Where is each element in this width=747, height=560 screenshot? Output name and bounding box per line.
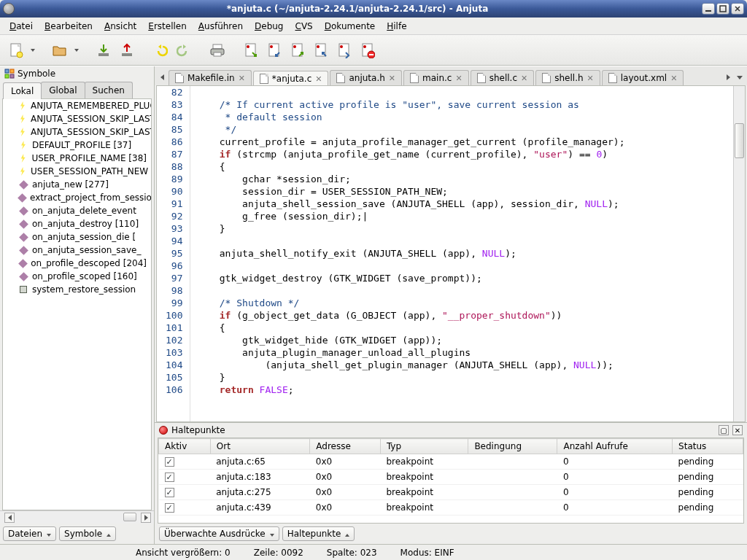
svg-rect-5	[122, 53, 132, 56]
menu-ausführen[interactable]: Ausführen	[193, 19, 248, 34]
diamond-icon	[19, 180, 28, 189]
bp-col-header[interactable]: Ort	[210, 439, 310, 454]
panel-minimize-button[interactable]: ▢	[719, 425, 729, 435]
menu-erstellen[interactable]: Erstellen	[143, 19, 192, 34]
save-down-icon[interactable]	[93, 39, 114, 61]
diamond-icon	[19, 219, 28, 228]
undo-icon[interactable]	[150, 39, 171, 61]
symbol-item[interactable]: ANJUTA_SESSION_SKIP_LAST	[3, 112, 151, 125]
new-doc-icon[interactable]	[6, 39, 26, 61]
debug-step3-icon[interactable]	[287, 39, 308, 61]
breakpoint-row[interactable]: anjuta.c:4390x0breakpoint0pending	[159, 500, 743, 516]
editor-tab[interactable]: main.c✕	[403, 70, 469, 85]
editor-tab[interactable]: *anjuta.c✕	[253, 71, 329, 85]
minimize-button[interactable]	[702, 3, 715, 15]
symbol-label: on_anjuta_session_save_	[32, 245, 141, 255]
tab-nav-left[interactable]	[156, 69, 168, 85]
code-editor[interactable]: 82 83 84 85 86 87 88 89 90 91 92 93 94 9…	[156, 85, 746, 422]
symbol-item[interactable]: DEFAULT_PROFILE [37]	[3, 139, 151, 152]
tab-nav-right[interactable]	[722, 69, 734, 85]
symbol-item[interactable]: on_anjuta_destroy [110]	[3, 217, 151, 230]
bp-col-header[interactable]: Adresse	[310, 439, 381, 454]
symbol-item[interactable]: system_restore_session	[3, 283, 151, 296]
bp-active-checkbox[interactable]	[165, 472, 174, 482]
vscroll-thumb[interactable]	[735, 123, 744, 158]
tab-close-icon[interactable]: ✕	[239, 74, 245, 83]
bp-col-header[interactable]: Bedingung	[468, 439, 557, 454]
symbol-item[interactable]: ANJUTA_SESSION_SKIP_LAST_FILES	[3, 125, 151, 139]
menu-debug[interactable]: Debug	[249, 19, 288, 34]
tab-close-icon[interactable]: ✕	[455, 74, 462, 83]
tab-close-icon[interactable]: ✕	[670, 74, 677, 83]
debug-step4-icon[interactable]	[311, 39, 331, 61]
editor-tab[interactable]: layout.xml✕	[602, 70, 684, 85]
sidebar-tab-lokal[interactable]: Lokal	[3, 82, 42, 99]
debug-step1-icon[interactable]	[241, 39, 261, 61]
print-icon[interactable]	[207, 39, 228, 61]
tab-close-icon[interactable]: ✕	[521, 74, 527, 83]
tab-close-icon[interactable]: ✕	[587, 74, 594, 83]
symbols-combo[interactable]: Symbole	[59, 526, 116, 541]
menu-cvs[interactable]: CVS	[290, 19, 317, 34]
load-up-icon[interactable]	[117, 39, 137, 61]
breakpoint-row[interactable]: anjuta.c:650x0breakpoint0pending	[159, 454, 743, 470]
symbol-item[interactable]: ANJUTA_REMEMBERED_PLUGINS	[3, 99, 151, 112]
bp-active-checkbox[interactable]	[165, 457, 174, 467]
symbol-item[interactable]: on_profile_scoped [160]	[3, 270, 151, 283]
tab-close-icon[interactable]: ✕	[389, 74, 395, 83]
scroll-thumb[interactable]	[123, 513, 136, 521]
editor-vscrollbar[interactable]	[733, 86, 745, 421]
breakpoints-table[interactable]: AktivOrtAdresseTypBedingungAnzahl Aufruf…	[158, 438, 744, 524]
files-combo[interactable]: Dateien	[3, 526, 56, 541]
symbol-item[interactable]: USER_SESSION_PATH_NEW	[3, 165, 151, 178]
symbol-item[interactable]: on_anjuta_delete_event	[3, 204, 151, 217]
debug-run-icon[interactable]	[334, 39, 355, 61]
sidebar-tab-global[interactable]: Global	[41, 82, 85, 98]
debug-step2-icon[interactable]	[264, 39, 285, 61]
source-text[interactable]: /* If current active profile is "user", …	[190, 86, 733, 421]
menu-ansicht[interactable]: Ansicht	[99, 19, 142, 34]
maximize-button[interactable]	[716, 3, 729, 15]
debug-stop-icon[interactable]	[357, 39, 378, 61]
scroll-left-icon[interactable]	[4, 513, 15, 523]
menu-bearbeiten[interactable]: Bearbeiten	[39, 19, 98, 34]
tab-close-icon[interactable]: ✕	[315, 74, 322, 84]
symbol-item[interactable]: on_anjuta_session_save_	[3, 244, 151, 257]
editor-tab[interactable]: Makefile.in✕	[169, 70, 252, 85]
symbol-item[interactable]: anjuta_new [277]	[3, 178, 151, 191]
panel-close-button[interactable]: ✕	[732, 425, 743, 435]
symbol-list[interactable]: ANJUTA_REMEMBERED_PLUGINSANJUTA_SESSION_…	[2, 98, 152, 510]
menu-datei[interactable]: Datei	[4, 19, 38, 34]
new-dropdown-icon[interactable]	[29, 49, 36, 52]
bp-col-header[interactable]: Anzahl Aufrufe	[557, 439, 673, 454]
sidebar-hscrollbar[interactable]	[0, 510, 154, 524]
symbol-item[interactable]: on_profile_descoped [204]	[3, 257, 151, 270]
editor-tab[interactable]: shell.h✕	[535, 70, 600, 85]
bp-active-checkbox[interactable]	[165, 488, 174, 497]
bp-col-header[interactable]: Typ	[380, 439, 468, 454]
bp-col-header[interactable]: Aktiv	[159, 439, 211, 454]
sidebar-tab-suchen[interactable]: Suchen	[85, 82, 133, 98]
editor-tab[interactable]: shell.c✕	[471, 70, 535, 85]
svg-point-14	[293, 45, 296, 48]
symbol-item[interactable]: USER_PROFILE_NAME [38]	[3, 152, 151, 165]
editor-area: Makefile.in✕*anjuta.c✕anjuta.h✕main.c✕sh…	[155, 66, 747, 544]
close-button[interactable]	[731, 3, 744, 15]
watched-expr-combo[interactable]: Überwachte Ausdrücke	[159, 526, 279, 541]
svg-point-16	[317, 45, 320, 48]
symbol-item[interactable]: on_anjuta_session_die [	[3, 230, 151, 244]
breakpoint-row[interactable]: anjuta.c:1830x0breakpoint0pending	[159, 470, 743, 485]
bp-col-header[interactable]: Status	[673, 439, 743, 454]
tab-nav-menu[interactable]	[734, 69, 746, 85]
editor-tab[interactable]: anjuta.h✕	[330, 70, 402, 85]
open-folder-icon[interactable]	[50, 39, 70, 61]
open-dropdown-icon[interactable]	[73, 49, 80, 52]
breakpoints-combo[interactable]: Haltepunkte	[282, 526, 355, 541]
scroll-right-icon[interactable]	[141, 513, 151, 523]
breakpoint-row[interactable]: anjuta.c:2750x0breakpoint0pending	[159, 485, 743, 500]
bp-active-checkbox[interactable]	[165, 503, 174, 513]
menu-dokumente[interactable]: Dokumente	[320, 19, 381, 34]
redo-icon[interactable]	[174, 39, 194, 61]
symbol-item[interactable]: extract_project_from_session	[3, 191, 151, 204]
menu-hilfe[interactable]: Hilfe	[382, 19, 411, 34]
